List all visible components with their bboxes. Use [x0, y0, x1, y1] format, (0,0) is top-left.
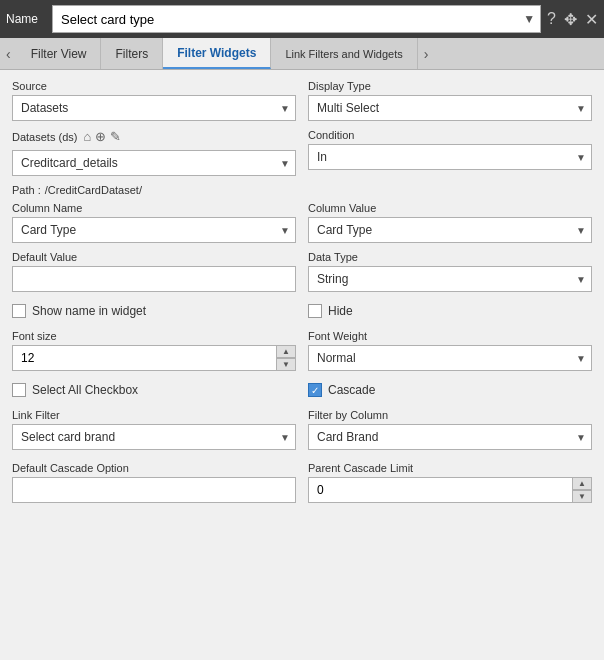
select-all-label: Select All Checkbox	[32, 383, 138, 397]
font-row: Font size ▲ ▼ Font Weight Normal ▼	[12, 330, 592, 371]
tab-filter-view[interactable]: Filter View	[17, 38, 102, 69]
font-size-label: Font size	[12, 330, 296, 342]
condition-label: Condition	[308, 129, 592, 141]
link-filter-select[interactable]: Select card brand	[12, 424, 296, 450]
source-select[interactable]: Datasets	[12, 95, 296, 121]
source-label: Source	[12, 80, 296, 92]
tab-next-btn[interactable]: ›	[418, 38, 435, 69]
filter-by-column-select-wrapper: Card Brand ▼	[308, 424, 592, 450]
display-type-select-wrapper: Multi Select ▼	[308, 95, 592, 121]
column-name-field: Column Name Card Type ▼	[12, 202, 296, 243]
checkbox-cascade-row: Select All Checkbox Cascade	[12, 383, 592, 397]
parent-cascade-down-btn[interactable]: ▼	[572, 490, 592, 503]
tab-prev-btn[interactable]: ‹	[0, 38, 17, 69]
datasets-select[interactable]: Creditcard_details	[12, 150, 296, 176]
path-label: Path :	[12, 184, 41, 196]
default-cascade-input[interactable]	[12, 477, 296, 503]
condition-field: Condition In ▼	[308, 129, 592, 176]
font-size-input[interactable]	[12, 345, 296, 371]
tab-bar: ‹ Filter View Filters Filter Widgets Lin…	[0, 38, 604, 70]
cascade-limit-row: Default Cascade Option Parent Cascade Li…	[12, 462, 592, 503]
link-filter-row: Link Filter Select card brand ▼ Filter b…	[12, 409, 592, 450]
tab-filter-widgets[interactable]: Filter Widgets	[163, 38, 271, 69]
show-name-checkbox[interactable]	[12, 304, 26, 318]
datasets-home-icon[interactable]: ⌂	[83, 129, 91, 144]
display-type-field: Display Type Multi Select ▼	[308, 80, 592, 121]
header-icons: ? ✥ ✕	[547, 10, 598, 29]
default-cascade-field: Default Cascade Option	[12, 462, 296, 503]
column-name-select-wrapper: Card Type ▼	[12, 217, 296, 243]
font-size-spinner-btns: ▲ ▼	[276, 345, 296, 371]
show-name-checkbox-row: Show name in widget	[12, 304, 296, 318]
column-value-select[interactable]: Card Type	[308, 217, 592, 243]
tab-filters[interactable]: Filters	[101, 38, 163, 69]
parent-cascade-input[interactable]	[308, 477, 592, 503]
hide-checkbox[interactable]	[308, 304, 322, 318]
default-value-label: Default Value	[12, 251, 296, 263]
column-value-label: Column Value	[308, 202, 592, 214]
parent-cascade-limit-field: Parent Cascade Limit ▲ ▼	[308, 462, 592, 503]
cascade-checkbox[interactable]	[308, 383, 322, 397]
move-button[interactable]: ✥	[564, 10, 577, 29]
tab-link-filters[interactable]: Link Filters and Widgets	[271, 38, 417, 69]
card-type-select-wrapper: Select card type ▼	[52, 5, 541, 33]
datasets-label-row: Datasets (ds) ⌂ ⊕ ✎	[12, 129, 296, 144]
default-value-input[interactable]	[12, 266, 296, 292]
font-size-field: Font size ▲ ▼	[12, 330, 296, 371]
display-type-select[interactable]: Multi Select	[308, 95, 592, 121]
hide-checkbox-row: Hide	[308, 304, 592, 318]
cascade-label: Cascade	[328, 383, 375, 397]
parent-cascade-up-btn[interactable]: ▲	[572, 477, 592, 490]
default-cascade-label: Default Cascade Option	[12, 462, 296, 474]
column-name-label: Column Name	[12, 202, 296, 214]
path-value: /CreditCardDataset/	[45, 184, 142, 196]
source-field: Source Datasets ▼	[12, 80, 296, 121]
datasets-condition-row: Datasets (ds) ⌂ ⊕ ✎ Creditcard_details ▼…	[12, 129, 592, 176]
datasets-add-icon[interactable]: ⊕	[95, 129, 106, 144]
condition-select[interactable]: In	[308, 144, 592, 170]
link-filter-label: Link Filter	[12, 409, 296, 421]
column-row: Column Name Card Type ▼ Column Value Car…	[12, 202, 592, 243]
data-type-label: Data Type	[308, 251, 592, 263]
font-weight-select[interactable]: Normal	[308, 345, 592, 371]
show-name-label: Show name in widget	[32, 304, 146, 318]
hide-label: Hide	[328, 304, 353, 318]
display-type-label: Display Type	[308, 80, 592, 92]
link-filter-select-wrapper: Select card brand ▼	[12, 424, 296, 450]
select-all-checkbox[interactable]	[12, 383, 26, 397]
column-name-select[interactable]: Card Type	[12, 217, 296, 243]
help-button[interactable]: ?	[547, 10, 556, 28]
parent-cascade-limit-label: Parent Cascade Limit	[308, 462, 592, 474]
data-type-select[interactable]: String	[308, 266, 592, 292]
data-type-field: Data Type String ▼	[308, 251, 592, 292]
datasets-select-wrapper: Creditcard_details ▼	[12, 150, 296, 176]
filter-by-column-field: Filter by Column Card Brand ▼	[308, 409, 592, 450]
font-size-up-btn[interactable]: ▲	[276, 345, 296, 358]
data-type-select-wrapper: String ▼	[308, 266, 592, 292]
link-filter-field: Link Filter Select card brand ▼	[12, 409, 296, 450]
header-bar: Name Select card type ▼ ? ✥ ✕	[0, 0, 604, 38]
datasets-label: Datasets (ds)	[12, 131, 77, 143]
default-datatype-row: Default Value Data Type String ▼	[12, 251, 592, 292]
column-value-field: Column Value Card Type ▼	[308, 202, 592, 243]
card-type-select[interactable]: Select card type	[52, 5, 541, 33]
close-button[interactable]: ✕	[585, 10, 598, 29]
parent-cascade-spinner-btns: ▲ ▼	[572, 477, 592, 503]
name-label: Name	[6, 12, 46, 26]
datasets-edit-icon[interactable]: ✎	[110, 129, 121, 144]
path-row: Path : /CreditCardDataset/	[12, 184, 592, 196]
condition-select-wrapper: In ▼	[308, 144, 592, 170]
source-display-row: Source Datasets ▼ Display Type Multi Sel…	[12, 80, 592, 121]
column-value-select-wrapper: Card Type ▼	[308, 217, 592, 243]
font-weight-label: Font Weight	[308, 330, 592, 342]
font-weight-field: Font Weight Normal ▼	[308, 330, 592, 371]
select-all-checkbox-row: Select All Checkbox	[12, 383, 296, 397]
show-hide-row: Show name in widget Hide	[12, 304, 592, 318]
datasets-field: Datasets (ds) ⌂ ⊕ ✎ Creditcard_details ▼	[12, 129, 296, 176]
font-size-down-btn[interactable]: ▼	[276, 358, 296, 371]
filter-by-column-select[interactable]: Card Brand	[308, 424, 592, 450]
filter-by-column-label: Filter by Column	[308, 409, 592, 421]
parent-cascade-spinner: ▲ ▼	[308, 477, 592, 503]
datasets-icons: ⌂ ⊕ ✎	[83, 129, 121, 144]
font-weight-select-wrapper: Normal ▼	[308, 345, 592, 371]
